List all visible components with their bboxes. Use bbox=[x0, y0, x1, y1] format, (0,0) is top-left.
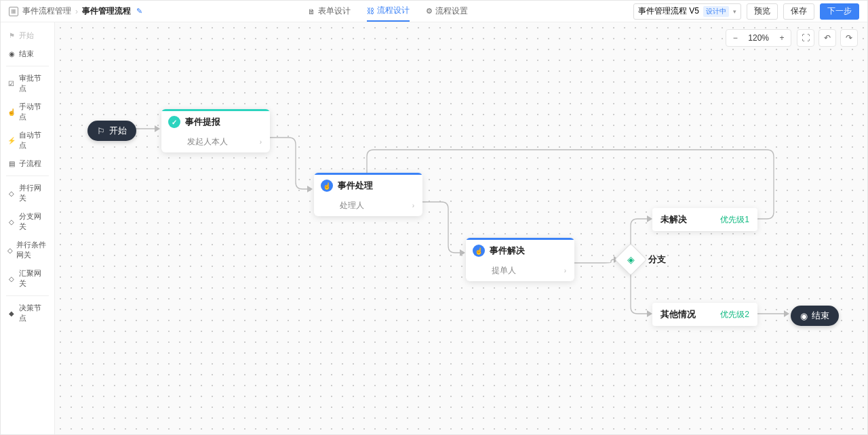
svg-marker-6 bbox=[784, 310, 789, 317]
chevron-down-icon: ▾ bbox=[733, 8, 736, 15]
palette-parallel[interactable]: ◇并行网关 bbox=[1, 179, 54, 207]
tab-flow-config[interactable]: ⚙流程设置 bbox=[426, 1, 468, 22]
hand-icon: ☝ bbox=[473, 245, 485, 257]
diamond-icon: ◇ bbox=[7, 189, 16, 197]
svg-marker-4 bbox=[647, 215, 652, 222]
branch-unresolved[interactable]: 未解决 优先级1 bbox=[652, 208, 757, 231]
flag-icon: ⚑ bbox=[7, 32, 16, 40]
tab-flow-design[interactable]: ⛓流程设计 bbox=[367, 1, 410, 22]
palette-subflow[interactable]: ▤子流程 bbox=[1, 154, 54, 173]
diamond-icon: ◇ bbox=[7, 274, 16, 283]
preview-button[interactable]: 预览 bbox=[747, 3, 778, 20]
palette-end[interactable]: ◉结束 bbox=[1, 45, 54, 63]
edit-icon[interactable]: ✎ bbox=[136, 7, 142, 16]
auto-icon: ⚡ bbox=[7, 136, 16, 144]
divider bbox=[6, 175, 49, 176]
form-icon: 🗎 bbox=[308, 7, 315, 16]
chevron-right-icon: › bbox=[412, 202, 414, 209]
palette-branch[interactable]: ◇分支网关 bbox=[1, 207, 54, 236]
end-node[interactable]: ◉结束 bbox=[791, 306, 839, 326]
next-button[interactable]: 下一步 bbox=[820, 3, 859, 20]
zoom-value: 120% bbox=[744, 33, 773, 43]
target-icon: ◉ bbox=[7, 50, 16, 58]
node-event-resolve[interactable]: ☝事件解决 提单人› bbox=[466, 238, 574, 281]
zoom-control: − 120% + bbox=[726, 29, 791, 47]
palette-manual[interactable]: ☝手动节点 bbox=[1, 98, 54, 126]
palette-decision[interactable]: ◆决策节点 bbox=[1, 299, 54, 327]
branch-gateway[interactable]: ◈ 分支 bbox=[614, 243, 647, 276]
redo-button[interactable]: ↷ bbox=[840, 29, 858, 47]
divider bbox=[6, 66, 49, 66]
palette-converge[interactable]: ◇汇聚网关 bbox=[1, 264, 54, 293]
node-event-report[interactable]: ✓事件提报 发起人本人› bbox=[161, 109, 270, 152]
svg-marker-5 bbox=[647, 310, 652, 317]
breadcrumb-root[interactable]: 事件流程管理 bbox=[22, 5, 71, 17]
breadcrumb: ▦ 事件流程管理 › 事件管理流程 ✎ bbox=[9, 5, 142, 17]
node-event-handle[interactable]: ☝事件处理 处理人› bbox=[314, 173, 422, 216]
svg-marker-1 bbox=[307, 186, 313, 192]
palette-auto[interactable]: ⚡自动节点 bbox=[1, 126, 54, 154]
header-tabs: 🗎表单设计 ⛓流程设计 ⚙流程设置 bbox=[308, 1, 468, 22]
save-button[interactable]: 保存 bbox=[783, 3, 814, 20]
hand-icon: ☝ bbox=[7, 108, 16, 116]
subflow-icon: ▤ bbox=[7, 160, 16, 168]
undo-button[interactable]: ↶ bbox=[818, 29, 836, 47]
branch-other[interactable]: 其他情况 优先级2 bbox=[652, 303, 757, 326]
node-palette: ⚑开始 ◉结束 ☑审批节点 ☝手动节点 ⚡自动节点 ▤子流程 ◇并行网关 ◇分支… bbox=[1, 22, 55, 434]
breadcrumb-current: 事件管理流程 bbox=[82, 5, 131, 17]
zoom-out-button[interactable]: − bbox=[726, 30, 744, 46]
diamond-icon: ◇ bbox=[7, 246, 13, 254]
diamond-icon: ◆ bbox=[7, 309, 16, 317]
flow-canvas[interactable]: − 120% + ⛶ ↶ ↷ ⚐开始 bbox=[55, 22, 867, 434]
palette-start[interactable]: ⚑开始 bbox=[1, 26, 54, 45]
tab-form-design[interactable]: 🗎表单设计 bbox=[308, 1, 351, 22]
palette-parallel-cond[interactable]: ◇并行条件网关 bbox=[1, 236, 54, 264]
diamond-icon: ◇ bbox=[7, 218, 16, 226]
svg-marker-0 bbox=[155, 125, 160, 132]
target-icon: ◉ bbox=[800, 311, 808, 321]
start-node[interactable]: ⚐开始 bbox=[87, 121, 136, 141]
app-icon: ▦ bbox=[9, 7, 18, 16]
chevron-right-icon: › bbox=[260, 138, 262, 146]
check-icon: ✓ bbox=[168, 116, 180, 128]
svg-marker-2 bbox=[460, 249, 465, 256]
flag-icon: ⚐ bbox=[97, 126, 105, 136]
divider bbox=[6, 295, 49, 296]
gear-icon: ⚙ bbox=[426, 7, 433, 16]
approval-icon: ☑ bbox=[7, 79, 16, 87]
branch-icon: ◈ bbox=[627, 254, 635, 265]
palette-approval[interactable]: ☑审批节点 bbox=[1, 69, 54, 98]
chevron-right-icon: › bbox=[564, 267, 566, 274]
zoom-in-button[interactable]: + bbox=[773, 30, 791, 46]
version-name: 事件管理流程 V5 bbox=[638, 5, 699, 17]
chevron-right-icon: › bbox=[75, 7, 78, 16]
version-selector[interactable]: 事件管理流程 V5 设计中 ▾ bbox=[633, 3, 741, 20]
hand-icon: ☝ bbox=[321, 180, 333, 192]
flow-icon: ⛓ bbox=[367, 7, 374, 15]
fit-button[interactable]: ⛶ bbox=[797, 29, 814, 47]
version-status: 设计中 bbox=[703, 6, 729, 17]
